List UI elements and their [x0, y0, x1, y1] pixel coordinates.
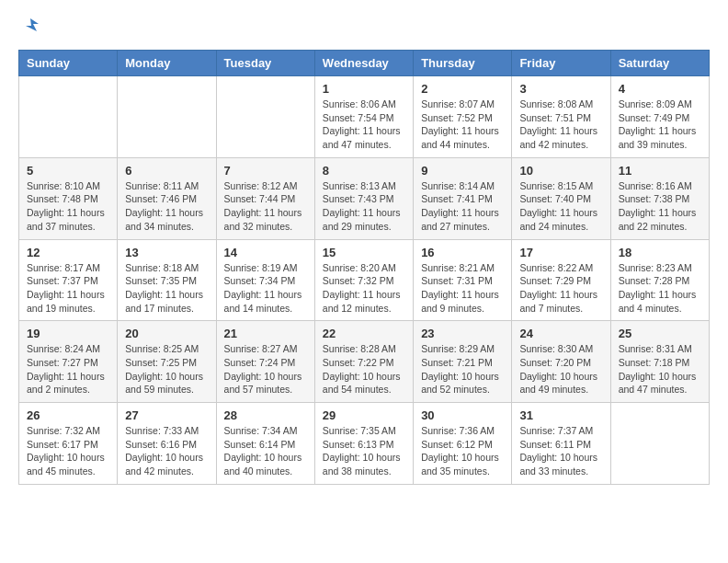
weekday-header-tuesday: Tuesday — [216, 51, 314, 76]
weekday-header-thursday: Thursday — [414, 51, 512, 76]
day-number: 27 — [125, 408, 208, 422]
calendar-cell: 6Sunrise: 8:11 AM Sunset: 7:46 PM Daylig… — [118, 157, 216, 239]
day-info: Sunrise: 7:36 AM Sunset: 6:12 PM Dayligh… — [421, 424, 504, 478]
day-info: Sunrise: 8:14 AM Sunset: 7:41 PM Dayligh… — [421, 179, 504, 234]
calendar-cell: 30Sunrise: 7:36 AM Sunset: 6:12 PM Dayli… — [414, 403, 512, 485]
calendar-cell: 28Sunrise: 7:34 AM Sunset: 6:14 PM Dayli… — [216, 403, 314, 485]
day-info: Sunrise: 8:10 AM Sunset: 7:48 PM Dayligh… — [27, 179, 109, 234]
weekday-header-row: SundayMondayTuesdayWednesdayThursdayFrid… — [19, 51, 710, 76]
day-number: 14 — [224, 246, 307, 259]
calendar-cell: 26Sunrise: 7:32 AM Sunset: 6:17 PM Dayli… — [19, 403, 118, 485]
day-number: 26 — [27, 408, 109, 422]
day-info: Sunrise: 7:34 AM Sunset: 6:14 PM Dayligh… — [224, 424, 307, 478]
calendar-cell: 5Sunrise: 8:10 AM Sunset: 7:48 PM Daylig… — [19, 157, 118, 239]
week-row-2: 5Sunrise: 8:10 AM Sunset: 7:48 PM Daylig… — [19, 157, 710, 239]
calendar-cell: 2Sunrise: 8:07 AM Sunset: 7:52 PM Daylig… — [414, 76, 512, 158]
weekday-header-saturday: Saturday — [610, 51, 709, 76]
day-info: Sunrise: 8:18 AM Sunset: 7:35 PM Dayligh… — [125, 261, 208, 316]
day-number: 18 — [619, 246, 701, 259]
calendar-cell: 8Sunrise: 8:13 AM Sunset: 7:43 PM Daylig… — [314, 157, 413, 239]
weekday-header-friday: Friday — [512, 51, 610, 76]
day-info: Sunrise: 7:37 AM Sunset: 6:11 PM Dayligh… — [519, 424, 602, 478]
day-info: Sunrise: 8:30 AM Sunset: 7:20 PM Dayligh… — [519, 342, 602, 396]
weekday-header-monday: Monday — [118, 51, 216, 76]
day-number: 5 — [27, 164, 109, 178]
calendar-cell: 3Sunrise: 8:08 AM Sunset: 7:51 PM Daylig… — [512, 76, 610, 158]
day-info: Sunrise: 8:24 AM Sunset: 7:27 PM Dayligh… — [27, 342, 109, 396]
day-number: 20 — [125, 327, 208, 340]
day-number: 28 — [224, 408, 307, 422]
day-number: 16 — [421, 246, 504, 259]
calendar-cell: 20Sunrise: 8:25 AM Sunset: 7:25 PM Dayli… — [118, 321, 216, 403]
day-number: 1 — [323, 82, 405, 96]
page-header — [18, 18, 710, 35]
calendar-cell: 12Sunrise: 8:17 AM Sunset: 7:37 PM Dayli… — [19, 239, 118, 321]
calendar-cell: 29Sunrise: 7:35 AM Sunset: 6:13 PM Dayli… — [314, 403, 413, 485]
day-info: Sunrise: 8:15 AM Sunset: 7:40 PM Dayligh… — [519, 179, 602, 234]
day-number: 8 — [323, 164, 405, 178]
day-info: Sunrise: 8:16 AM Sunset: 7:38 PM Dayligh… — [619, 179, 701, 234]
calendar-cell — [118, 76, 216, 158]
calendar-cell: 10Sunrise: 8:15 AM Sunset: 7:40 PM Dayli… — [512, 157, 610, 239]
day-number: 29 — [323, 408, 405, 422]
week-row-5: 26Sunrise: 7:32 AM Sunset: 6:17 PM Dayli… — [19, 403, 710, 485]
day-info: Sunrise: 7:35 AM Sunset: 6:13 PM Dayligh… — [323, 424, 405, 478]
day-info: Sunrise: 8:11 AM Sunset: 7:46 PM Dayligh… — [125, 179, 208, 234]
calendar-cell: 14Sunrise: 8:19 AM Sunset: 7:34 PM Dayli… — [216, 239, 314, 321]
day-number: 13 — [125, 246, 208, 259]
day-number: 2 — [421, 82, 504, 96]
calendar-table: SundayMondayTuesdayWednesdayThursdayFrid… — [18, 50, 710, 485]
day-info: Sunrise: 8:09 AM Sunset: 7:49 PM Dayligh… — [619, 98, 701, 152]
day-info: Sunrise: 8:25 AM Sunset: 7:25 PM Dayligh… — [125, 342, 208, 396]
day-number: 4 — [619, 82, 701, 96]
day-info: Sunrise: 8:23 AM Sunset: 7:28 PM Dayligh… — [619, 261, 701, 316]
day-number: 22 — [323, 327, 405, 340]
calendar-cell: 27Sunrise: 7:33 AM Sunset: 6:16 PM Dayli… — [118, 403, 216, 485]
day-info: Sunrise: 8:12 AM Sunset: 7:44 PM Dayligh… — [224, 179, 307, 234]
day-info: Sunrise: 8:17 AM Sunset: 7:37 PM Dayligh… — [27, 261, 109, 316]
calendar-cell: 1Sunrise: 8:06 AM Sunset: 7:54 PM Daylig… — [314, 76, 413, 158]
day-info: Sunrise: 8:29 AM Sunset: 7:21 PM Dayligh… — [421, 342, 504, 396]
day-number: 17 — [519, 246, 602, 259]
calendar-cell: 15Sunrise: 8:20 AM Sunset: 7:32 PM Dayli… — [314, 239, 413, 321]
logo — [18, 18, 40, 35]
day-number: 21 — [224, 327, 307, 340]
day-number: 11 — [619, 164, 701, 178]
day-info: Sunrise: 8:07 AM Sunset: 7:52 PM Dayligh… — [421, 98, 504, 152]
week-row-3: 12Sunrise: 8:17 AM Sunset: 7:37 PM Dayli… — [19, 239, 710, 321]
day-number: 31 — [519, 408, 602, 422]
day-info: Sunrise: 8:21 AM Sunset: 7:31 PM Dayligh… — [421, 261, 504, 316]
calendar-cell: 31Sunrise: 7:37 AM Sunset: 6:11 PM Dayli… — [512, 403, 610, 485]
day-number: 25 — [619, 327, 701, 340]
day-number: 7 — [224, 164, 307, 178]
calendar-cell: 7Sunrise: 8:12 AM Sunset: 7:44 PM Daylig… — [216, 157, 314, 239]
week-row-4: 19Sunrise: 8:24 AM Sunset: 7:27 PM Dayli… — [19, 321, 710, 403]
day-number: 10 — [519, 164, 602, 178]
calendar-cell: 19Sunrise: 8:24 AM Sunset: 7:27 PM Dayli… — [19, 321, 118, 403]
day-number: 12 — [27, 246, 109, 259]
day-info: Sunrise: 8:27 AM Sunset: 7:24 PM Dayligh… — [224, 342, 307, 396]
day-number: 3 — [519, 82, 602, 96]
calendar-cell: 22Sunrise: 8:28 AM Sunset: 7:22 PM Dayli… — [314, 321, 413, 403]
calendar-cell: 21Sunrise: 8:27 AM Sunset: 7:24 PM Dayli… — [216, 321, 314, 403]
day-info: Sunrise: 8:06 AM Sunset: 7:54 PM Dayligh… — [323, 98, 405, 152]
calendar-cell: 23Sunrise: 8:29 AM Sunset: 7:21 PM Dayli… — [414, 321, 512, 403]
day-info: Sunrise: 8:28 AM Sunset: 7:22 PM Dayligh… — [323, 342, 405, 396]
day-info: Sunrise: 8:19 AM Sunset: 7:34 PM Dayligh… — [224, 261, 307, 316]
day-number: 19 — [27, 327, 109, 340]
day-number: 23 — [421, 327, 504, 340]
day-number: 15 — [323, 246, 405, 259]
day-info: Sunrise: 8:08 AM Sunset: 7:51 PM Dayligh… — [519, 98, 602, 152]
calendar-cell: 24Sunrise: 8:30 AM Sunset: 7:20 PM Dayli… — [512, 321, 610, 403]
weekday-header-sunday: Sunday — [19, 51, 118, 76]
calendar-cell: 11Sunrise: 8:16 AM Sunset: 7:38 PM Dayli… — [610, 157, 709, 239]
day-info: Sunrise: 8:13 AM Sunset: 7:43 PM Dayligh… — [323, 179, 405, 234]
calendar-cell: 17Sunrise: 8:22 AM Sunset: 7:29 PM Dayli… — [512, 239, 610, 321]
calendar-cell — [610, 403, 709, 485]
day-number: 6 — [125, 164, 208, 178]
day-info: Sunrise: 8:20 AM Sunset: 7:32 PM Dayligh… — [323, 261, 405, 316]
calendar-cell — [19, 76, 118, 158]
week-row-1: 1Sunrise: 8:06 AM Sunset: 7:54 PM Daylig… — [19, 76, 710, 158]
calendar-cell: 4Sunrise: 8:09 AM Sunset: 7:49 PM Daylig… — [610, 76, 709, 158]
calendar-cell: 18Sunrise: 8:23 AM Sunset: 7:28 PM Dayli… — [610, 239, 709, 321]
